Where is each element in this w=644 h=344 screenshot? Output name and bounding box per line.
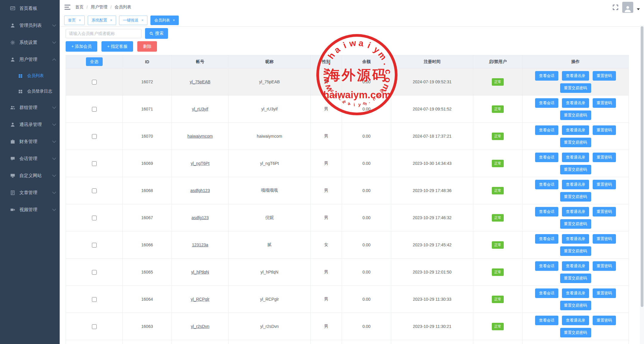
account-link[interactable]: yl_RCPglr [191, 297, 209, 302]
tab-home[interactable]: 首页× [64, 16, 85, 25]
account-link[interactable]: asdfg123 [192, 215, 209, 220]
view-contacts-button[interactable]: 查看通讯录 [562, 288, 589, 298]
account-link[interactable]: yl_rU3yif [192, 107, 208, 111]
tab-close-icon[interactable]: × [141, 19, 144, 22]
reset-password-button[interactable]: 重置密码 [593, 261, 616, 271]
view-contacts-button[interactable]: 查看通讯录 [562, 125, 589, 135]
view-session-button[interactable]: 查看会话 [535, 180, 558, 189]
member-balance: 0.00 [342, 231, 391, 259]
reset-trade-password-button[interactable]: 重置交易密码 [560, 110, 591, 120]
member-nickname: yl_r2sDvn [229, 313, 311, 340]
row-checkbox[interactable] [92, 216, 97, 220]
search-button[interactable]: 搜索 [145, 28, 168, 39]
row-checkbox[interactable] [92, 188, 97, 193]
reset-trade-password-button[interactable]: 重置交易密码 [560, 138, 591, 147]
account-link[interactable]: yl_75pEAB [190, 79, 210, 84]
reset-password-button[interactable]: 重置密码 [593, 180, 616, 189]
scrollbar-thumb[interactable] [641, 26, 643, 307]
view-session-button[interactable]: 查看会话 [535, 125, 558, 135]
view-session-button[interactable]: 查看会话 [535, 153, 558, 162]
sidebar-item[interactable]: 首页看板 [0, 0, 60, 17]
sidebar-item[interactable]: 系统设置 [0, 34, 60, 51]
row-checkbox[interactable] [92, 80, 97, 85]
view-session-button[interactable]: 查看会话 [535, 234, 558, 244]
reset-password-button[interactable]: 重置密码 [593, 125, 616, 135]
fullscreen-icon[interactable] [612, 4, 619, 10]
reset-trade-password-button[interactable]: 重置交易密码 [560, 165, 591, 174]
view-contacts-button[interactable]: 查看通讯录 [562, 98, 589, 108]
breadcrumb-user-management[interactable]: 用户管理 [91, 4, 107, 10]
row-checkbox[interactable] [92, 270, 97, 275]
member-search-input[interactable] [66, 29, 141, 38]
account-link[interactable]: 123123a [192, 242, 208, 247]
view-contacts-button[interactable]: 查看通讯录 [562, 207, 589, 216]
delete-button[interactable]: 删除 [137, 41, 157, 52]
sidebar-item[interactable]: 群组管理 [0, 99, 60, 116]
reset-trade-password-button[interactable]: 重置交易密码 [560, 83, 591, 93]
reset-trade-password-button[interactable]: 重置交易密码 [560, 301, 591, 310]
row-checkbox[interactable] [92, 134, 97, 139]
tab-close-icon[interactable]: × [110, 19, 112, 22]
account-link[interactable]: yl_ngT6Pt [191, 161, 209, 166]
tab-one-key-push[interactable]: 一键推送× [119, 16, 147, 25]
tab-close-icon[interactable]: × [173, 19, 175, 22]
member-row: 16067asdfg123倪妮男0.002023-10-29 17:46:32正… [66, 204, 629, 231]
reset-trade-password-button[interactable]: 重置交易密码 [560, 328, 591, 337]
sidebar-item[interactable]: 自定义网站 [0, 167, 60, 184]
account-link[interactable]: haiwaiymcom [187, 134, 213, 139]
user-menu-caret-icon[interactable] [637, 8, 640, 10]
reset-password-button[interactable]: 重置密码 [593, 71, 616, 81]
tab-close-icon[interactable]: × [79, 19, 81, 22]
view-contacts-button[interactable]: 查看通讯录 [562, 153, 589, 162]
row-checkbox[interactable] [92, 161, 97, 166]
reset-password-button[interactable]: 重置密码 [593, 234, 616, 244]
account-link[interactable]: yl_hPtlqN [191, 270, 209, 274]
sidebar-subitem[interactable]: 会员列表 [0, 68, 60, 84]
sidebar-item[interactable]: 会话管理 [0, 150, 60, 167]
reset-password-button[interactable]: 重置密码 [593, 316, 616, 325]
breadcrumb-member-list[interactable]: 会员列表 [115, 4, 131, 10]
sidebar-item[interactable]: 通讯录管理 [0, 116, 60, 133]
view-session-button[interactable]: 查看会话 [535, 98, 558, 108]
view-contacts-button[interactable]: 查看通讯录 [562, 316, 589, 325]
account-link[interactable]: yl_r2sDvn [191, 324, 209, 329]
view-contacts-button[interactable]: 查看通讯录 [562, 180, 589, 189]
assign-service-button[interactable]: + 指定客服 [101, 41, 133, 52]
row-checkbox[interactable] [92, 324, 97, 329]
reset-password-button[interactable]: 重置密码 [593, 98, 616, 108]
sidebar-item[interactable]: 用户管理 [0, 51, 60, 68]
view-contacts-button[interactable]: 查看通讯录 [562, 261, 589, 271]
add-member-button[interactable]: + 添加会员 [66, 41, 97, 52]
view-contacts-button[interactable]: 查看通讯录 [562, 71, 589, 81]
view-contacts-button[interactable]: 查看通讯录 [562, 234, 589, 244]
row-checkbox[interactable] [92, 297, 97, 302]
view-session-button[interactable]: 查看会话 [535, 288, 558, 298]
sidebar-subitem[interactable]: 会员登录日志 [0, 84, 60, 99]
vertical-scrollbar[interactable] [640, 25, 644, 344]
reset-trade-password-button[interactable]: 重置交易密码 [560, 246, 591, 256]
select-all-button[interactable]: 全选 [86, 57, 103, 66]
sidebar-item[interactable]: 视频管理 [0, 201, 60, 218]
breadcrumb-home[interactable]: 首页 [75, 4, 84, 10]
reset-password-button[interactable]: 重置密码 [593, 288, 616, 298]
view-session-button[interactable]: 查看会话 [535, 71, 558, 81]
view-session-button[interactable]: 查看会话 [535, 261, 558, 271]
reset-trade-password-button[interactable]: 重置交易密码 [560, 274, 591, 283]
tab-member-list[interactable]: 会员列表× [150, 16, 179, 25]
reset-trade-password-button[interactable]: 重置交易密码 [560, 219, 591, 229]
sidebar-item-label: 自定义网站 [19, 173, 42, 179]
hamburger-menu-icon[interactable] [64, 5, 70, 10]
row-checkbox[interactable] [92, 107, 97, 112]
view-session-button[interactable]: 查看会话 [535, 207, 558, 216]
sidebar-item[interactable]: 财务管理 [0, 133, 60, 150]
user-avatar[interactable] [622, 2, 633, 13]
view-session-button[interactable]: 查看会话 [535, 316, 558, 325]
sidebar-item[interactable]: 文章管理 [0, 184, 60, 201]
reset-trade-password-button[interactable]: 重置交易密码 [560, 192, 591, 202]
row-checkbox[interactable] [92, 243, 97, 248]
reset-password-button[interactable]: 重置密码 [593, 207, 616, 216]
reset-password-button[interactable]: 重置密码 [593, 153, 616, 162]
tab-system-config[interactable]: 系统配置× [88, 16, 116, 25]
account-link[interactable]: asdfgh123 [190, 188, 210, 193]
sidebar-item[interactable]: 管理员列表 [0, 17, 60, 34]
